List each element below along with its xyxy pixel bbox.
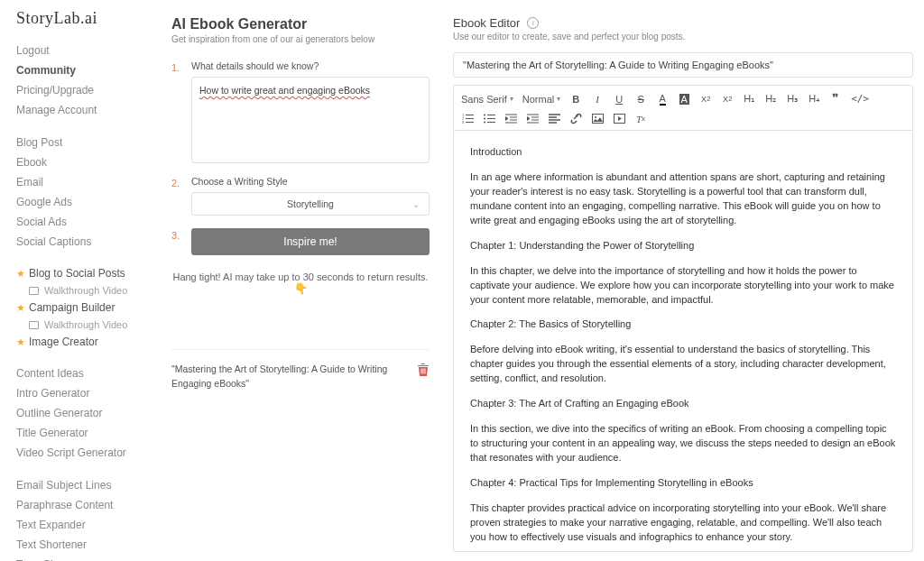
blockquote-button[interactable]: ❞ [829,91,842,106]
nav-social-captions[interactable]: Social Captions [16,232,162,252]
nav-group-tools2: Content Ideas Intro Generator Outline Ge… [16,363,162,463]
nav-text-expander[interactable]: Text Expander [16,515,162,535]
doc-title-input[interactable] [453,52,913,78]
nav-paraphrase[interactable]: Paraphrase Content [16,495,162,515]
chevron-down-icon: ▾ [557,95,560,103]
svg-text:3: 3 [462,120,465,124]
indent-increase-button[interactable] [526,114,539,124]
step-3: 3. Inspire me! [171,228,430,255]
content-paragraph: In an age where information is abundant … [470,170,896,228]
generator-panel: AI Ebook Generator Get inspiration from … [162,0,442,561]
nav-walkthrough-2[interactable]: Walkthrough Video [16,317,162,333]
nav-content-ideas[interactable]: Content Ideas [16,363,162,383]
nav-video-script-generator[interactable]: Video Script Generator [16,443,162,463]
info-icon[interactable]: i [527,17,539,29]
content-paragraph: This chapter provides practical advice o… [470,501,896,545]
superscript-button[interactable]: X2 [699,95,712,104]
step1-label: What details should we know? [191,60,430,71]
content-paragraph: Chapter 3: The Art of Crafting an Engagi… [470,397,896,411]
svg-rect-0 [421,369,422,374]
nav-pricing[interactable]: Pricing/Upgrade [16,80,162,100]
details-input[interactable]: How to write great and engaging eBooks [191,77,430,163]
editor-content[interactable]: Introduction In an age where information… [453,131,913,552]
content-paragraph: Chapter 1: Understanding the Power of St… [470,239,896,253]
editor-header: Ebook Editor i [453,16,913,30]
editor-title: Ebook Editor [453,16,520,30]
bold-button[interactable]: B [569,94,582,105]
nav-blog-post[interactable]: Blog Post [16,133,162,152]
step-number: 3. [171,230,182,255]
delete-result-button[interactable] [417,363,430,380]
nav-email[interactable]: Email [16,172,162,192]
clear-format-button[interactable]: Tx [634,114,647,124]
font-size-select[interactable]: Normal ▾ [522,94,560,105]
wait-message: Hang tight! AI may take up to 30 seconds… [171,271,430,295]
nav-logout[interactable]: Logout [16,41,162,60]
content-paragraph: Before delving into eBook writing, it's … [470,343,896,386]
writing-style-select[interactable]: Storytelling [191,192,430,216]
svg-rect-1 [423,369,424,374]
text-color-button[interactable]: A [656,93,669,106]
nav-blog-to-social[interactable]: ★Blog to Social Posts [16,264,162,282]
star-icon: ★ [16,302,25,314]
image-button[interactable] [591,114,604,124]
editor-subtitle: Use our editor to create, save and perfe… [453,32,913,41]
font-family-select[interactable]: Sans Serif ▾ [461,94,513,105]
nav-community[interactable]: Community [16,60,162,80]
sidebar: StoryLab.ai Logout Community Pricing/Upg… [0,0,162,561]
chevron-down-icon: ▾ [510,95,513,103]
step2-label: Choose a Writing Style [191,176,430,187]
strike-button[interactable]: S [634,94,647,105]
generator-subtitle: Get inspiration from one of our ai gener… [171,34,430,44]
editor-toolbar: Sans Serif ▾ Normal ▾ B I U S A A X2 X2 … [453,85,913,131]
video-button[interactable] [613,114,625,124]
indent-decrease-button[interactable] [504,114,517,124]
trash-icon [417,363,430,377]
pointing-down-icon: 👇 [294,282,308,295]
svg-rect-2 [425,369,426,374]
align-button[interactable] [548,114,560,124]
nav-outline-generator[interactable]: Outline Generator [16,403,162,423]
svg-point-6 [484,115,485,116]
italic-button[interactable]: I [591,94,604,105]
nav-image-creator[interactable]: ★Image Creator [16,333,162,351]
nav-group-tools1: Blog Post Ebook Email Google Ads Social … [16,133,162,252]
nav-title-generator[interactable]: Title Generator [16,423,162,443]
highlight-button[interactable]: A [678,94,690,105]
nav-social-ads[interactable]: Social Ads [16,212,162,232]
h1-button[interactable]: H₁ [743,93,755,105]
nav-walkthrough-1[interactable]: Walkthrough Video [16,282,162,299]
h3-button[interactable]: H₃ [786,93,799,105]
step-number: 2. [171,178,182,216]
nav-text-shortener[interactable]: Text Shortener [16,535,162,555]
svg-point-10 [595,116,596,118]
nav-email-subject[interactable]: Email Subject Lines [16,475,162,495]
unordered-list-button[interactable] [483,114,495,124]
h4-button[interactable]: H₄ [808,93,820,105]
content-paragraph: In this chapter, we delve into the impor… [470,264,896,308]
ordered-list-button[interactable]: 123 [461,114,474,124]
nav-manage-account[interactable]: Manage Account [16,100,162,120]
content-paragraph: Chapter 4: Practical Tips for Implementi… [470,476,896,491]
content-paragraph: In this section, we dive into the specif… [470,422,896,465]
generator-title: AI Ebook Generator [171,16,430,32]
nav-google-ads[interactable]: Google Ads [16,192,162,212]
svg-point-8 [484,122,485,124]
nav-group-account: Logout Community Pricing/Upgrade Manage … [16,41,162,120]
underline-button[interactable]: U [613,94,625,105]
nav-campaign-builder[interactable]: ★Campaign Builder [16,299,162,317]
result-card: "Mastering the Art of Storytelling: A Gu… [171,349,430,391]
nav-intro-generator[interactable]: Intro Generator [16,383,162,403]
code-button[interactable]: </> [851,93,869,105]
subscript-button[interactable]: X2 [721,95,734,104]
nav-group-tools3: Email Subject Lines Paraphrase Content T… [16,475,162,561]
nav-tone-changer[interactable]: Tone Changer [16,555,162,561]
inspire-button[interactable]: Inspire me! [191,228,430,255]
content-paragraph: Chapter 2: The Basics of Storytelling [470,317,896,332]
link-button[interactable] [569,113,582,124]
editor-panel: Ebook Editor i Use our editor to create,… [442,0,924,561]
nav-ebook[interactable]: Ebook [16,152,162,172]
star-icon: ★ [16,268,25,280]
result-text[interactable]: "Mastering the Art of Storytelling: A Gu… [171,363,408,391]
h2-button[interactable]: H₂ [764,93,777,105]
